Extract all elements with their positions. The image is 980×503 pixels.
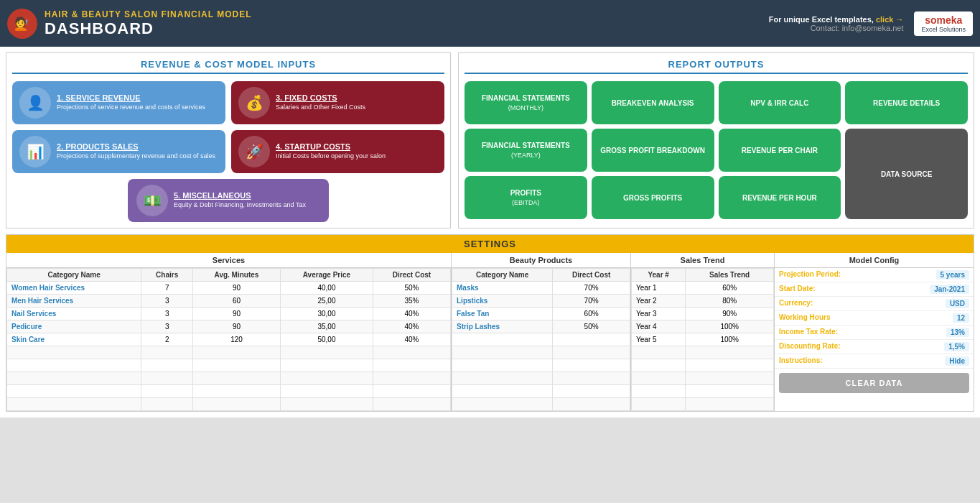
config-value: 13% — [946, 328, 969, 337]
btn-gross-profits[interactable]: GROSS PROFITS — [592, 176, 714, 219]
service-avg-min: 90 — [193, 320, 281, 333]
table-row — [7, 385, 451, 398]
table-row: Women Hair Services 7 90 40,00 50% — [7, 282, 451, 295]
service-name: Women Hair Services — [7, 282, 141, 295]
services-data-table: Category Name Chairs Avg. Minutes Averag… — [6, 268, 451, 411]
logo-icon: 💇 — [7, 9, 37, 39]
config-value: 5 years — [936, 270, 969, 280]
settings-section: SETTINGS Services Category Name Chairs A… — [6, 234, 974, 412]
sales-year: Year 4 — [632, 320, 686, 333]
table-row: Year 4 100% — [632, 320, 774, 333]
col-category-name: Category Name — [7, 269, 141, 282]
config-row: Currency: USD — [775, 297, 974, 311]
col-direct-cost: Direct Cost — [373, 269, 451, 282]
service-revenue-desc: Projections of service revenue and costs… — [57, 103, 205, 112]
card-service-revenue[interactable]: 👤 1. SERVICE REVENUE Projections of serv… — [12, 81, 225, 124]
header-subtitle: HAIR & BEAUTY SALON FINANCIAL MODEL — [45, 9, 252, 19]
config-label: Start Date: — [779, 285, 816, 294]
clear-data-button[interactable]: CLEAR DATA — [779, 373, 969, 393]
card-products-sales[interactable]: 📊 2. PRODUCTS SALES Projections of suppl… — [12, 130, 225, 173]
miscellaneous-title: 5. MISCELLANEOUS — [174, 191, 306, 200]
sales-year: Year 2 — [632, 295, 686, 308]
config-value: Jan-2021 — [930, 285, 969, 294]
beauty-direct-cost: 50% — [553, 320, 630, 333]
col-bp-category: Category Name — [452, 269, 553, 282]
left-panel: REVENUE & COST MODEL INPUTS 👤 1. SERVICE… — [6, 52, 451, 229]
table-row — [7, 372, 451, 385]
table-row: Year 1 60% — [632, 282, 774, 295]
btn-revenue-details[interactable]: REVENUE DETAILS — [845, 81, 968, 124]
table-row: Year 5 100% — [632, 333, 774, 346]
startup-costs-desc: Initial Costs before opening your salon — [276, 152, 386, 161]
table-row — [452, 333, 630, 346]
beauty-table-title: Beauty Products — [452, 253, 630, 268]
report-grid: FINANCIAL STATEMENTS(MONTHLY) BREAKEVEN … — [465, 81, 968, 219]
btn-financial-yearly[interactable]: FINANCIAL STATEMENTS(YEARLY) — [465, 129, 587, 172]
service-chairs: 3 — [141, 295, 193, 308]
products-sales-icon: 📊 — [19, 136, 51, 167]
table-row — [7, 346, 451, 359]
btn-data-source[interactable]: DATA SOURCE — [845, 129, 968, 219]
config-value: Hide — [945, 356, 969, 366]
table-row — [632, 346, 774, 359]
btn-revenue-per-chair[interactable]: REVENUE PER CHAIR — [719, 129, 841, 172]
beauty-name: Lipsticks — [452, 295, 553, 308]
col-sales-trend: Sales Trend — [686, 269, 774, 282]
fixed-costs-title: 3. FIXED COSTS — [276, 93, 365, 102]
contact-text: For unique Excel templates, — [769, 15, 874, 24]
header-titles: HAIR & BEAUTY SALON FINANCIAL MODEL DASH… — [45, 9, 252, 38]
service-chairs: 2 — [141, 333, 193, 346]
beauty-direct-cost: 70% — [553, 282, 630, 295]
service-direct-cost: 50% — [373, 282, 451, 295]
btn-financial-monthly[interactable]: FINANCIAL STATEMENTS(MONTHLY) — [465, 81, 587, 124]
card-startup-costs[interactable]: 🚀 4. STARTUP COSTS Initial Costs before … — [231, 130, 444, 173]
service-direct-cost: 40% — [373, 320, 451, 333]
service-chairs: 3 — [141, 308, 193, 320]
table-row — [7, 398, 451, 411]
sales-trend-val: 100% — [686, 320, 774, 333]
config-label: Projection Period: — [779, 270, 841, 280]
config-row: Instructions: Hide — [775, 354, 974, 369]
service-direct-cost: 40% — [373, 308, 451, 320]
beauty-name: False Tan — [452, 308, 553, 320]
settings-title: SETTINGS — [6, 235, 974, 253]
sales-year: Year 5 — [632, 333, 686, 346]
header-title: DASHBOARD — [45, 19, 252, 38]
config-label: Discounting Rate: — [779, 342, 841, 351]
service-direct-cost: 40% — [373, 333, 451, 346]
brand-tagline: Excel Solutions — [921, 26, 966, 33]
misc-row: 💵 5. MISCELLANEOUS Equity & Debt Financi… — [12, 179, 444, 222]
table-row: Lipsticks 70% — [452, 295, 630, 308]
brand-logo: someka Excel Solutions — [914, 11, 973, 36]
btn-breakeven[interactable]: BREAKEVEN ANALYSIS — [592, 81, 714, 124]
card-miscellaneous[interactable]: 💵 5. MISCELLANEOUS Equity & Debt Financi… — [128, 179, 329, 222]
left-panel-title: REVENUE & COST MODEL INPUTS — [12, 59, 444, 74]
sales-trend-val: 100% — [686, 333, 774, 346]
table-row — [7, 359, 451, 372]
startup-costs-text: 4. STARTUP COSTS Initial Costs before op… — [276, 142, 386, 161]
btn-npv-irr[interactable]: NPV & IRR CALC — [719, 81, 841, 124]
table-row — [632, 359, 774, 372]
sales-year: Year 3 — [632, 308, 686, 320]
click-label[interactable]: click → — [876, 15, 904, 24]
table-row: Strip Lashes 50% — [452, 320, 630, 333]
col-chairs: Chairs — [141, 269, 193, 282]
beauty-name: Strip Lashes — [452, 320, 553, 333]
col-bp-direct-cost: Direct Cost — [553, 269, 630, 282]
service-avg-min: 90 — [193, 308, 281, 320]
fixed-costs-text: 3. FIXED COSTS Salaries and Other Fixed … — [276, 93, 365, 112]
btn-profits-ebitda[interactable]: PROFITS(EBITDA) — [465, 176, 587, 219]
startup-costs-title: 4. STARTUP COSTS — [276, 142, 386, 151]
beauty-direct-cost: 60% — [553, 308, 630, 320]
table-row: Pedicure 3 90 35,00 40% — [7, 320, 451, 333]
input-cards-grid: 👤 1. SERVICE REVENUE Projections of serv… — [12, 81, 444, 173]
col-avg-price: Average Price — [280, 269, 373, 282]
service-avg-price: 40,00 — [280, 282, 373, 295]
btn-revenue-per-hour[interactable]: REVENUE PER HOUR — [719, 176, 841, 219]
btn-gross-profit-breakdown[interactable]: GROSS PROFIT BREAKDOWN — [592, 129, 714, 172]
service-name: Skin Care — [7, 333, 141, 346]
config-label: Currency: — [779, 299, 813, 308]
config-value: USD — [946, 299, 969, 308]
services-table: Services Category Name Chairs Avg. Minut… — [6, 253, 452, 411]
card-fixed-costs[interactable]: 💰 3. FIXED COSTS Salaries and Other Fixe… — [231, 81, 444, 124]
